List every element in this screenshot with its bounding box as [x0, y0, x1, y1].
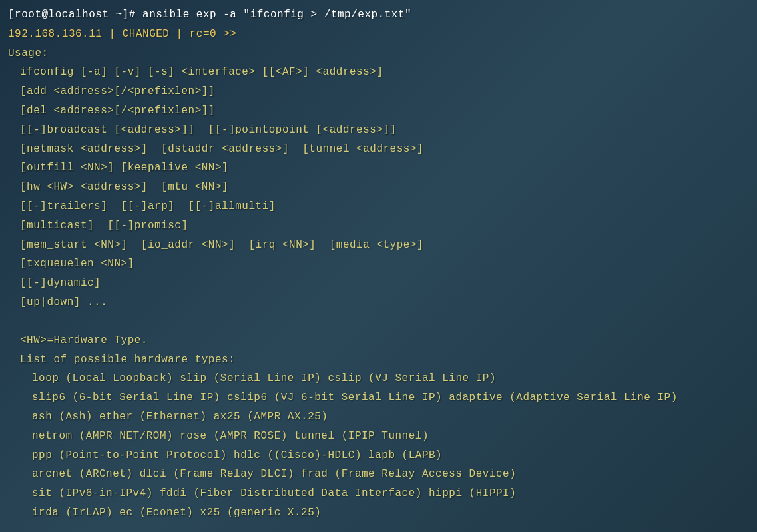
usage-line: [hw <HW> <address>] [mtu <NN>] — [8, 178, 749, 197]
ansible-status-line: 192.168.136.11 | CHANGED | rc=0 >> — [8, 25, 749, 44]
usage-line: ifconfig [-a] [-v] [-s] <interface> [[<A… — [8, 63, 749, 82]
usage-heading: Usage: — [8, 44, 749, 63]
hardware-type-item: arcnet (ARCnet) dlci (Frame Relay DLCI) … — [8, 465, 749, 484]
hardware-type-item: netrom (AMPR NET/ROM) rose (AMPR ROSE) t… — [8, 427, 749, 446]
usage-line: [[-]broadcast [<address>]] [[-]pointopoi… — [8, 121, 749, 140]
command-input[interactable]: ansible exp -a "ifconfig > /tmp/exp.txt" — [142, 9, 411, 21]
usage-line: [txqueuelen <NN>] — [8, 254, 749, 274]
hardware-type-item: sit (IPv6-in-IPv4) fddi (Fiber Distribut… — [8, 484, 749, 503]
hardware-type-item: loop (Local Loopback) slip (Serial Line … — [8, 369, 749, 388]
usage-line: [[-]dynamic] — [8, 274, 749, 293]
usage-line: [up|down] ... — [8, 293, 749, 312]
usage-line: [netmask <address>] [dstaddr <address>] … — [8, 140, 749, 159]
prompt-prefix: [root@localhost ~]# — [8, 9, 142, 21]
hardware-type-item: slip6 (6-bit Serial Line IP) cslip6 (VJ … — [8, 388, 749, 407]
hardware-list-heading: List of possible hardware types: — [8, 350, 749, 370]
usage-line: [multicast] [[-]promisc] — [8, 216, 749, 236]
usage-line: [add <address>[/<prefixlen>]] — [8, 82, 749, 101]
usage-line: [del <address>[/<prefixlen>]] — [8, 101, 749, 121]
hardware-type-item: irda (IrLAP) ec (Econet) x25 (generic X.… — [8, 503, 749, 523]
blank-line — [8, 312, 749, 331]
usage-line: [outfill <NN>] [keepalive <NN>] — [8, 158, 749, 178]
usage-line: [mem_start <NN>] [io_addr <NN>] [irq <NN… — [8, 236, 749, 255]
hardware-type-heading: <HW>=Hardware Type. — [8, 331, 749, 350]
hardware-type-item: ppp (Point-to-Point Protocol) hdlc ((Cis… — [8, 446, 749, 465]
command-prompt-line: [root@localhost ~]# ansible exp -a "ifco… — [8, 5, 749, 25]
hardware-type-item: ash (Ash) ether (Ethernet) ax25 (AMPR AX… — [8, 407, 749, 427]
usage-line: [[-]trailers] [[-]arp] [[-]allmulti] — [8, 197, 749, 216]
